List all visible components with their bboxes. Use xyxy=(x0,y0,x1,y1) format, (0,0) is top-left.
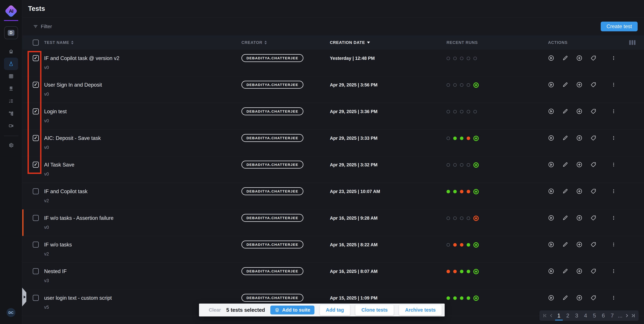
column-header-creation-date[interactable]: CREATION DATE xyxy=(330,40,446,45)
tag-icon[interactable] xyxy=(590,215,596,221)
row-checkbox[interactable] xyxy=(33,295,39,301)
test-name[interactable]: user login text - custom script xyxy=(44,295,242,301)
edit-icon[interactable] xyxy=(562,55,568,61)
test-name[interactable]: AIC: Deposit - Save task xyxy=(44,135,242,141)
column-header-test-name[interactable]: TEST NAME xyxy=(44,40,242,45)
run-status-dot[interactable] xyxy=(467,216,470,220)
run-status-dot[interactable] xyxy=(473,216,479,221)
add-to-suite-icon[interactable] xyxy=(576,215,582,221)
add-to-suite-icon[interactable] xyxy=(576,55,582,61)
test-name[interactable]: Nested IF xyxy=(44,268,242,274)
row-checkbox[interactable] xyxy=(33,215,39,221)
row-checkbox[interactable] xyxy=(33,162,39,168)
run-status-dot[interactable] xyxy=(446,296,450,300)
row-checkbox[interactable] xyxy=(33,268,39,274)
run-status-dot[interactable] xyxy=(446,137,450,140)
run-status-dot[interactable] xyxy=(467,296,470,300)
tag-icon[interactable] xyxy=(590,188,596,194)
run-status-dot[interactable] xyxy=(473,162,479,168)
run-status-dot[interactable] xyxy=(446,243,450,247)
run-status-dot[interactable] xyxy=(467,190,470,193)
test-name[interactable]: User Sign In and Deposit xyxy=(44,82,242,88)
run-status-dot[interactable] xyxy=(460,270,464,273)
run-test-icon[interactable] xyxy=(548,241,554,248)
run-status-dot[interactable] xyxy=(473,269,479,274)
run-status-dot[interactable] xyxy=(460,243,464,247)
workspace-switcher[interactable]: D xyxy=(4,26,18,39)
edit-icon[interactable] xyxy=(562,215,568,221)
run-status-dot[interactable] xyxy=(467,137,470,140)
run-status-dot[interactable] xyxy=(453,243,457,247)
run-status-dot[interactable] xyxy=(467,83,470,87)
tag-icon[interactable] xyxy=(590,82,596,88)
run-status-dot[interactable] xyxy=(473,82,479,88)
run-status-dot[interactable] xyxy=(453,190,457,193)
run-status-dot[interactable] xyxy=(467,243,470,247)
column-header-creator[interactable]: CREATOR xyxy=(242,40,330,45)
sidebar-item-settings[interactable] xyxy=(4,139,18,152)
sidebar-item-recordings[interactable] xyxy=(4,120,18,132)
run-status-dot[interactable] xyxy=(453,110,457,113)
run-status-dot[interactable] xyxy=(460,163,464,167)
run-status-dot[interactable] xyxy=(446,57,450,60)
add-to-suite-icon[interactable] xyxy=(576,241,582,248)
run-test-icon[interactable] xyxy=(548,188,554,194)
more-options-icon[interactable] xyxy=(611,188,616,194)
filter-button[interactable]: Filter xyxy=(33,24,52,29)
add-to-suite-icon[interactable] xyxy=(576,82,582,88)
sidebar-item-home[interactable] xyxy=(4,45,18,58)
run-status-dot[interactable] xyxy=(467,163,470,167)
run-status-dot[interactable] xyxy=(473,296,479,301)
archive-tests-button[interactable]: Archive tests xyxy=(399,305,442,315)
run-status-dot[interactable] xyxy=(473,189,479,194)
run-status-dot[interactable] xyxy=(446,163,450,167)
next-page-icon[interactable] xyxy=(624,311,630,321)
run-status-dot[interactable] xyxy=(446,216,450,220)
edit-icon[interactable] xyxy=(562,82,568,88)
first-page-icon[interactable] xyxy=(542,311,548,321)
run-status-dot[interactable] xyxy=(473,57,477,60)
edit-icon[interactable] xyxy=(562,108,568,114)
create-test-button[interactable]: Create test xyxy=(601,22,638,31)
edit-icon[interactable] xyxy=(562,135,568,141)
run-status-dot[interactable] xyxy=(467,270,470,273)
page-number[interactable]: 5 xyxy=(590,311,598,321)
run-status-dot[interactable] xyxy=(446,110,450,113)
run-status-dot[interactable] xyxy=(460,57,464,60)
page-number[interactable]: 2 xyxy=(564,311,572,321)
tag-icon[interactable] xyxy=(590,241,596,248)
run-status-dot[interactable] xyxy=(453,296,457,300)
sidebar-item-grid[interactable] xyxy=(4,70,18,82)
add-to-suite-icon[interactable] xyxy=(576,188,582,194)
run-status-dot[interactable] xyxy=(467,57,470,60)
row-checkbox[interactable] xyxy=(33,242,39,248)
run-status-dot[interactable] xyxy=(453,57,457,60)
row-checkbox[interactable] xyxy=(33,108,39,114)
run-status-dot[interactable] xyxy=(460,216,464,220)
test-name[interactable]: IF w/o tasks xyxy=(44,242,242,248)
more-options-icon[interactable] xyxy=(611,215,616,221)
page-number[interactable]: 1 xyxy=(555,311,563,321)
run-test-icon[interactable] xyxy=(548,108,554,114)
more-options-icon[interactable] xyxy=(611,108,616,114)
run-test-icon[interactable] xyxy=(548,295,554,301)
run-test-icon[interactable] xyxy=(548,135,554,141)
run-status-dot[interactable] xyxy=(460,296,464,300)
tag-icon[interactable] xyxy=(590,162,596,168)
more-options-icon[interactable] xyxy=(611,135,616,141)
add-to-suite-button[interactable]: Add to suite xyxy=(270,306,314,315)
run-status-dot[interactable] xyxy=(446,190,450,193)
edit-icon[interactable] xyxy=(562,295,568,301)
run-test-icon[interactable] xyxy=(548,268,554,274)
add-to-suite-icon[interactable] xyxy=(576,268,582,274)
page-number[interactable]: 4 xyxy=(582,311,590,321)
run-status-dot[interactable] xyxy=(460,110,464,113)
prev-page-icon[interactable] xyxy=(548,311,554,321)
tag-icon[interactable] xyxy=(590,55,596,61)
test-name[interactable]: Login test xyxy=(44,109,242,115)
test-name[interactable]: IF and Copilot task xyxy=(44,188,242,194)
page-number[interactable]: 3 xyxy=(573,311,580,321)
add-tag-button[interactable]: Add tag xyxy=(320,305,350,315)
run-status-dot[interactable] xyxy=(473,110,477,113)
page-number[interactable]: 6 xyxy=(599,311,607,321)
